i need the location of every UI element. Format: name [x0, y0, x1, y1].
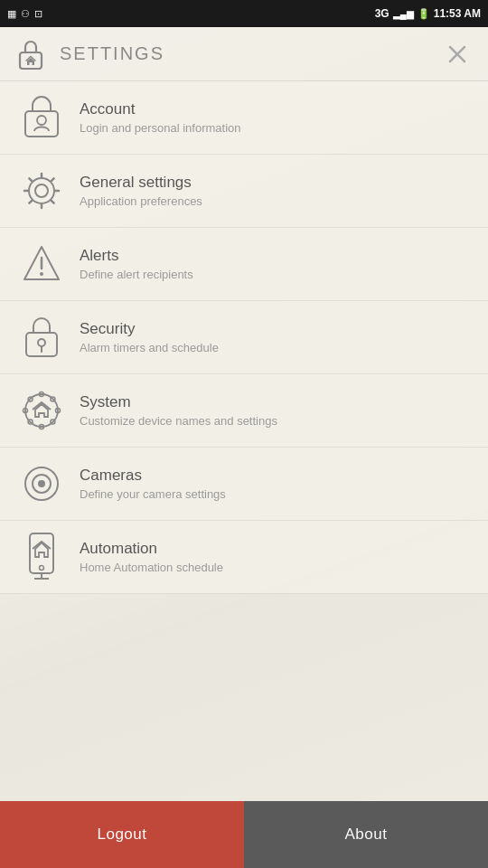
svg-point-6 [29, 178, 54, 203]
header: SETTINGS [0, 27, 488, 81]
svg-point-5 [35, 184, 48, 197]
system-icon [18, 387, 65, 434]
svg-point-13 [25, 394, 58, 427]
cameras-title: Cameras [80, 467, 226, 485]
briefcase-icon: ⊡ [34, 8, 42, 20]
account-title: Account [80, 100, 241, 118]
settings-item-account[interactable]: Account Login and personal information [0, 81, 488, 155]
general-icon [18, 167, 65, 214]
alerts-text: Alerts Define alert recipients [80, 247, 193, 281]
home-icon [14, 38, 47, 71]
usb-icon: ⚇ [21, 8, 30, 20]
svg-point-11 [38, 339, 45, 346]
settings-item-system[interactable]: System Customize device names and settin… [0, 374, 488, 448]
general-subtitle: Application preferences [80, 194, 202, 208]
settings-item-general[interactable]: General settings Application preferences [0, 155, 488, 228]
cameras-icon [18, 460, 65, 507]
alerts-title: Alerts [80, 247, 193, 265]
svg-point-9 [40, 272, 43, 276]
system-subtitle: Customize device names and settings [80, 414, 277, 428]
general-title: General settings [80, 174, 202, 192]
alerts-icon [18, 241, 65, 288]
automation-title: Automation [80, 540, 223, 558]
svg-point-24 [38, 480, 45, 487]
page-title: SETTINGS [60, 43, 441, 64]
battery-icon: 🔋 [418, 8, 430, 20]
sim-icon: ▦ [7, 8, 16, 20]
automation-text: Automation Home Automation schedule [80, 540, 223, 574]
close-button[interactable] [441, 38, 474, 71]
signal-icon: ▂▄▆ [393, 9, 414, 19]
automation-subtitle: Home Automation schedule [80, 561, 223, 574]
network-type: 3G [375, 7, 389, 20]
security-title: Security [80, 320, 219, 338]
alerts-subtitle: Define alert recipients [80, 268, 193, 281]
about-button[interactable]: About [244, 801, 488, 868]
svg-point-26 [40, 566, 44, 571]
settings-item-automation[interactable]: Automation Home Automation schedule [0, 521, 488, 594]
cameras-text: Cameras Define your camera settings [80, 467, 226, 501]
settings-item-security[interactable]: Security Alarm timers and schedule [0, 301, 488, 374]
status-left-icons: ▦ ⚇ ⊡ [7, 8, 42, 20]
account-subtitle: Login and personal information [80, 121, 241, 135]
security-text: Security Alarm timers and schedule [80, 320, 219, 354]
general-text: General settings Application preferences [80, 174, 202, 208]
status-bar: ▦ ⚇ ⊡ 3G ▂▄▆ 🔋 11:53 AM [0, 0, 488, 27]
logout-button[interactable]: Logout [0, 801, 244, 868]
security-subtitle: Alarm timers and schedule [80, 341, 219, 354]
svg-rect-25 [30, 533, 53, 573]
status-right-icons: 3G ▂▄▆ 🔋 11:53 AM [375, 7, 481, 20]
automation-icon [18, 533, 65, 580]
account-icon [18, 94, 65, 141]
svg-point-4 [37, 116, 46, 125]
main-content: SETTINGS Account Login and personal in [0, 27, 488, 868]
bottom-bar: Logout About [0, 801, 488, 868]
cameras-subtitle: Define your camera settings [80, 487, 226, 501]
security-icon [18, 314, 65, 361]
system-text: System Customize device names and settin… [80, 393, 277, 428]
system-title: System [80, 393, 277, 411]
svg-rect-10 [26, 333, 57, 356]
time-display: 11:53 AM [434, 7, 481, 20]
account-text: Account Login and personal information [80, 100, 241, 135]
settings-item-cameras[interactable]: Cameras Define your camera settings [0, 448, 488, 521]
settings-item-alerts[interactable]: Alerts Define alert recipients [0, 228, 488, 301]
settings-list: Account Login and personal information G… [0, 81, 488, 801]
